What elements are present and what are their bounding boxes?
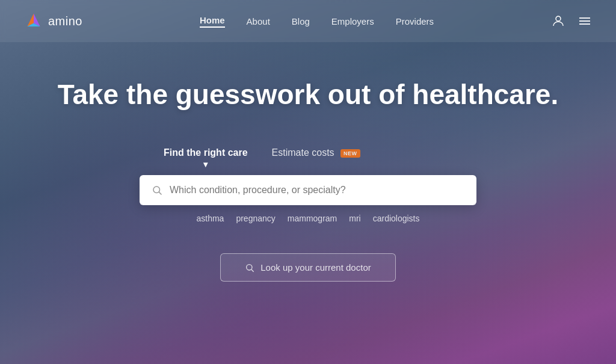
svg-point-6 xyxy=(247,264,252,270)
doctor-lookup-section: Look up your current doctor xyxy=(0,253,616,282)
suggestion-asthma[interactable]: asthma xyxy=(196,214,224,223)
hero-content: Take the guesswork out of healthcare. Fi… xyxy=(0,42,616,223)
doctor-lookup-search-icon xyxy=(245,263,254,273)
condition-search-input[interactable] xyxy=(170,185,464,196)
logo-icon xyxy=(24,11,43,31)
search-container: Find the right care Estimate costs NEW a… xyxy=(140,141,476,223)
tab-estimate-costs[interactable]: Estimate costs NEW xyxy=(260,141,372,175)
nav-link-about[interactable]: About xyxy=(247,16,270,26)
hamburger-menu-icon[interactable] xyxy=(578,14,592,28)
search-icon xyxy=(152,185,162,196)
navbar: amino Home About Blog Employers Provider… xyxy=(0,0,616,42)
svg-point-4 xyxy=(153,187,160,193)
doctor-lookup-label: Look up your current doctor xyxy=(260,262,371,273)
nav-links: Home About Blog Employers Providers xyxy=(200,15,434,28)
nav-link-providers[interactable]: Providers xyxy=(396,16,434,26)
svg-point-0 xyxy=(556,16,561,21)
nav-link-blog[interactable]: Blog xyxy=(292,16,310,26)
nav-link-employers[interactable]: Employers xyxy=(331,16,374,26)
suggestion-tags: asthma pregnancy mammogram mri cardiolog… xyxy=(196,214,419,223)
nav-link-home[interactable]: Home xyxy=(200,15,225,28)
search-tabs: Find the right care Estimate costs NEW xyxy=(140,141,372,175)
doctor-lookup-button[interactable]: Look up your current doctor xyxy=(220,253,395,282)
logo[interactable]: amino xyxy=(24,11,82,31)
svg-line-7 xyxy=(251,270,254,272)
search-box xyxy=(140,175,476,205)
tab-find-care[interactable]: Find the right care xyxy=(152,141,260,175)
brand-name: amino xyxy=(48,14,82,28)
hero-title: Take the guesswork out of healthcare. xyxy=(58,78,558,111)
suggestion-pregnancy[interactable]: pregnancy xyxy=(236,214,275,223)
suggestion-cardiologists[interactable]: cardiologists xyxy=(373,214,420,223)
new-badge: NEW xyxy=(340,149,360,158)
svg-line-5 xyxy=(159,193,161,195)
suggestion-mri[interactable]: mri xyxy=(349,214,360,223)
nav-actions xyxy=(551,14,592,28)
suggestion-mammogram[interactable]: mammogram xyxy=(288,214,337,223)
user-icon[interactable] xyxy=(551,14,565,28)
